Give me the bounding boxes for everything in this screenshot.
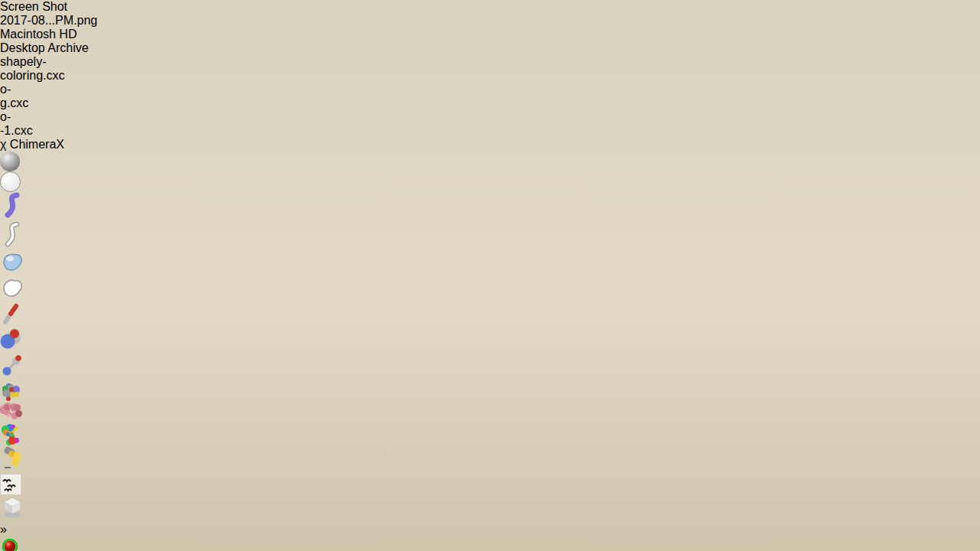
toolbar-soft-lighting[interactable] xyxy=(0,495,980,523)
toolbar-toolbar-overflow[interactable]: » xyxy=(0,523,980,536)
toolbar-ball-and-stick-style[interactable] xyxy=(0,354,980,380)
desktop: Screen Shot2017-08...PM.pngMacintosh HDD… xyxy=(0,0,980,551)
cluster-dots xyxy=(0,402,21,423)
cluster-dots xyxy=(0,380,21,402)
toolbar-simple-lighting[interactable] xyxy=(0,445,980,474)
toolbar-color-heteroatom[interactable] xyxy=(0,380,980,402)
toolbar-full-lighting[interactable] xyxy=(0,474,980,495)
toolbar-color-rainbow[interactable] xyxy=(0,423,980,445)
toolbar-color-polymer[interactable] xyxy=(0,402,980,423)
mouse-mode-toolbar xyxy=(0,536,980,551)
mouse-mode-select-mode[interactable] xyxy=(0,536,980,551)
birds-tile xyxy=(0,474,21,495)
cluster-dots xyxy=(0,423,21,445)
